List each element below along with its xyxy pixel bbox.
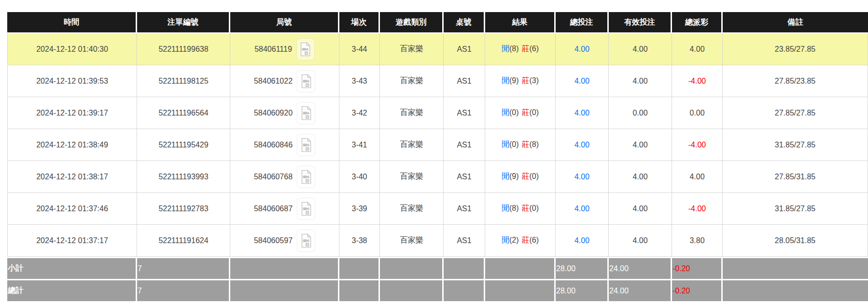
col-header-remark: 備註 [723,12,868,33]
table-row[interactable]: 2024-12-12 01:38:49 522111195429 5840608… [7,129,868,161]
time-cell: 2024-12-12 01:38:49 [7,129,137,161]
round-cell: 584061022 [230,65,339,97]
result-cell: 閒(0)莊(8) [485,129,556,161]
total-bet-link[interactable]: 4.00 [556,193,609,225]
player-result-value: (2) [509,236,519,244]
total-bet-link[interactable]: 4.00 [556,225,609,257]
remark-cell: 28.05/31.85 [723,225,868,257]
video-replay-button[interactable] [297,102,315,124]
result-cell: 閒(9)莊(3) [485,65,556,97]
table-row[interactable]: 2024-12-12 01:39:17 522111196564 5840609… [7,97,868,129]
game-type-cell: 百家樂 [380,129,444,161]
round-cell: 584060920 [230,97,339,129]
round-cell: 584060768 [230,161,339,193]
table-row[interactable]: 2024-12-12 01:39:53 522111198125 5840610… [7,65,868,97]
valid-bet-cell: 4.00 [609,33,672,65]
player-result-value: (0) [509,108,519,116]
bet-id-cell: 522111195429 [137,129,230,161]
valid-bet-cell: 4.00 [609,193,672,225]
round-cell: 584060597 [230,225,339,257]
grand-total-total-bet: 28.00 [556,279,609,301]
subtotal-label: 小計 [7,257,137,279]
bet-id-cell: 522111192783 [137,193,230,225]
banker-result-value: (6) [530,236,539,244]
video-replay-button[interactable] [296,38,315,60]
grand-total-empty-cell [230,279,339,301]
table-no-cell: AS1 [444,129,485,161]
player-result-label: 閒 [502,172,509,180]
banker-result-value: (3) [530,76,539,85]
result-cell: 閒(8)莊(6) [485,33,556,65]
payout-cell: 3.80 [672,225,723,257]
total-bet-link[interactable]: 4.00 [556,65,609,97]
subtotal-empty-cell [723,257,868,279]
remark-cell: 31.85/27.85 [723,193,868,225]
grand-total-empty-cell [485,279,556,301]
remark-cell: 27.85/27.85 [723,97,868,129]
grand-total-empty-cell [444,279,485,301]
banker-result-value: (0) [530,172,539,180]
video-replay-button[interactable] [297,134,315,156]
table-row[interactable]: 2024-12-12 01:40:30 522111199638 5840611… [7,33,868,65]
col-header-bet-id: 注單編號 [137,12,230,33]
total-bet-link[interactable]: 4.00 [556,161,609,193]
grand-total-empty-cell [339,279,380,301]
video-replay-button[interactable] [297,70,315,92]
payout-cell: 4.00 [672,33,723,65]
payout-cell: -4.00 [672,65,723,97]
table-body: 2024-12-12 01:40:30 522111199638 5840611… [7,33,868,257]
session-cell: 3-40 [339,161,380,193]
total-bet-link[interactable]: 4.00 [556,97,609,129]
subtotal-row: 小計 7 28.00 24.00 -0.20 [7,257,868,279]
banker-result-value: (8) [530,140,539,148]
banker-result-label: 莊 [522,140,530,148]
time-cell: 2024-12-12 01:37:46 [7,193,137,225]
table-header: 時間 注單編號 局號 場次 遊戲類別 桌號 結果 總投注 有效投注 總派彩 備註 [7,12,868,33]
video-replay-icon [300,106,312,120]
valid-bet-cell: 4.00 [609,161,672,193]
game-type-cell: 百家樂 [380,225,444,257]
player-result-value: (8) [509,44,519,53]
banker-result-label: 莊 [522,172,530,180]
table-row[interactable]: 2024-12-12 01:38:17 522111193993 5840607… [7,161,868,193]
video-replay-button[interactable] [297,166,315,188]
total-bet-link[interactable]: 4.00 [556,33,609,65]
table-row[interactable]: 2024-12-12 01:37:17 522111191624 5840605… [7,225,868,257]
time-cell: 2024-12-12 01:38:17 [7,161,137,193]
grand-total-empty-cell [723,279,868,301]
video-replay-icon [299,42,311,57]
session-cell: 3-41 [339,129,380,161]
table-footer: 小計 7 28.00 24.00 -0.20 總計 7 28. [7,257,868,301]
subtotal-payout: -0.20 [672,257,723,279]
round-number: 584060597 [254,236,293,245]
player-result-label: 閒 [502,140,509,148]
bet-id-cell: 522111191624 [137,225,230,257]
total-bet-link[interactable]: 4.00 [556,129,609,161]
table-row[interactable]: 2024-12-12 01:37:46 522111192783 5840606… [7,193,868,225]
bet-id-cell: 522111198125 [137,65,230,97]
valid-bet-cell: 4.00 [609,225,672,257]
session-cell: 3-43 [339,65,380,97]
video-replay-button[interactable] [297,230,315,252]
round-number: 584060846 [254,141,293,149]
banker-result-label: 莊 [522,108,530,116]
bet-id-cell: 522111193993 [137,161,230,193]
bet-id-cell: 522111199638 [137,33,230,65]
col-header-round: 局號 [230,12,339,33]
col-header-game-type: 遊戲類別 [380,12,444,33]
payout-cell: -4.00 [672,129,723,161]
round-cell: 584061119 [230,33,339,65]
remark-cell: 27.85/23.85 [723,65,868,97]
banker-result-value: (0) [530,204,539,212]
player-result-value: (8) [509,204,519,212]
subtotal-empty-cell [444,257,485,279]
subtotal-empty-cell [380,257,444,279]
grand-total-valid-bet: 24.00 [609,279,672,301]
col-header-total-bet: 總投注 [556,12,609,33]
round-number: 584060920 [254,109,293,117]
player-result-label: 閒 [502,204,509,212]
video-replay-button[interactable] [297,198,315,220]
video-replay-icon [300,233,312,248]
table-no-cell: AS1 [444,225,485,257]
table-no-cell: AS1 [444,193,485,225]
